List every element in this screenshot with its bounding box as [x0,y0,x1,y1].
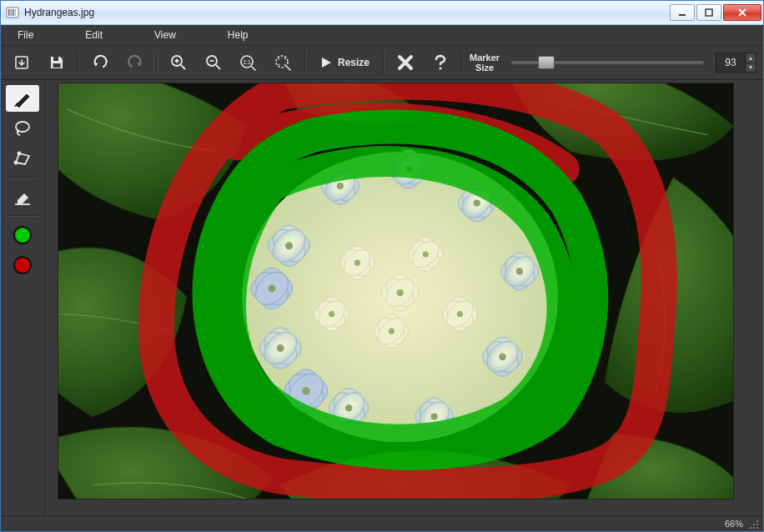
vertical-scrollbar[interactable] [736,83,750,499]
svg-point-91 [329,311,334,317]
open-button[interactable] [8,50,36,75]
svg-point-17 [17,131,19,133]
spinner-down[interactable]: ▼ [746,63,756,73]
undo-button[interactable] [86,50,114,75]
maximize-button[interactable] [696,4,721,21]
svg-rect-5 [679,14,686,16]
svg-point-71 [354,260,360,266]
svg-text:1:1: 1:1 [243,59,251,65]
redo-button[interactable] [121,50,149,75]
window-controls [670,4,761,21]
svg-point-14 [276,56,288,68]
resize-grip[interactable] [748,519,758,529]
close-button[interactable] [723,4,761,21]
svg-point-106 [269,284,276,292]
svg-rect-2 [11,9,13,16]
spinner-up[interactable]: ▲ [746,53,756,63]
question-icon [433,54,448,71]
foreground-color[interactable] [6,222,39,248]
titlebar[interactable]: Hydrangeas.jpg [1,1,763,25]
eraser-tool[interactable] [6,183,39,210]
polygon-tool[interactable] [6,145,39,172]
svg-point-31 [337,183,344,189]
marker-size-slider[interactable] [511,54,704,71]
svg-point-46 [516,268,523,274]
save-button[interactable] [43,50,71,75]
svg-point-86 [389,329,395,334]
slider-thumb[interactable] [538,56,555,69]
svg-rect-8 [53,57,58,61]
menu-file[interactable]: File [8,25,50,45]
svg-rect-3 [13,9,14,16]
svg-point-101 [302,387,309,394]
menu-edit[interactable]: Edit [75,25,119,45]
polygon-icon [13,149,33,168]
lasso-tool[interactable] [6,115,39,142]
svg-point-66 [277,344,284,352]
eraser-icon [13,188,33,206]
x-icon [397,54,414,71]
svg-point-41 [474,199,480,206]
side-toolbar [1,80,45,515]
toolbar: 1:1 Resize [1,45,763,80]
lasso-icon [13,119,33,138]
svg-rect-1 [8,9,10,16]
zoom-out-button[interactable] [199,50,228,75]
resize-button[interactable]: Resize [313,50,376,75]
statusbar: 66% [1,515,763,531]
background-swatch [13,256,32,274]
app-icon [6,6,19,19]
play-icon [319,56,333,69]
svg-point-56 [430,413,437,419]
svg-point-15 [439,67,441,69]
app-window: Hydrangeas.jpg File Edit View Help [0,0,764,532]
svg-point-18 [15,162,18,164]
svg-point-16 [16,122,29,132]
marker-size-spinner[interactable]: ▲ ▼ [716,53,756,73]
menu-view[interactable]: View [144,25,193,45]
help-button[interactable] [426,50,455,75]
foreground-swatch [13,226,32,244]
zoom-in-button[interactable] [164,50,193,75]
zoom-actual-button[interactable]: 1:1 [234,50,263,75]
svg-rect-4 [15,9,17,16]
svg-point-51 [499,354,506,361]
workspace [1,80,763,515]
resize-label: Resize [338,57,369,68]
clear-button[interactable] [391,50,420,75]
background-color[interactable] [6,252,39,279]
svg-point-81 [457,311,463,317]
canvas-area [45,80,763,515]
svg-rect-6 [706,9,712,16]
svg-point-96 [397,289,404,296]
canvas[interactable] [58,83,733,499]
marker-tool[interactable] [6,85,39,112]
marker-icon [13,89,33,108]
svg-point-26 [285,242,293,249]
svg-point-19 [18,153,21,155]
svg-point-76 [423,251,429,257]
svg-rect-9 [53,63,61,68]
marker-size-label: Marker Size [470,53,500,73]
menubar: File Edit View Help [1,25,763,45]
marker-size-input[interactable] [716,53,745,72]
svg-point-61 [345,404,353,412]
zoom-fit-button[interactable] [269,50,298,75]
menu-help[interactable]: Help [218,25,265,45]
window-title: Hydrangeas.jpg [24,7,670,18]
minimize-button[interactable] [670,4,695,21]
zoom-level: 66% [725,519,743,529]
